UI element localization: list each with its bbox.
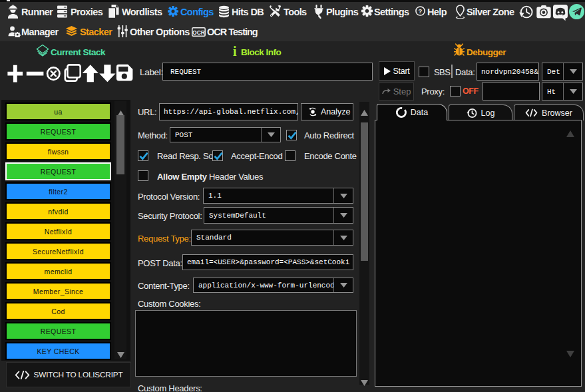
svg-text:?: ? (419, 7, 423, 15)
svg-text:OCR: OCR (192, 29, 205, 36)
